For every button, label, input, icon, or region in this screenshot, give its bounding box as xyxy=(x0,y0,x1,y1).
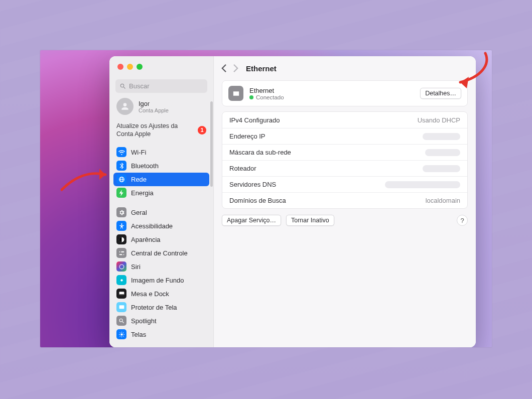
connection-card: Ethernet Conectado Detalhes… xyxy=(222,80,468,106)
sidebar-item-imagem-de-fundo[interactable]: Imagem de Fundo xyxy=(113,274,209,287)
sidebar-item-label: Protetor de Tela xyxy=(131,304,177,311)
controlcenter-icon xyxy=(116,248,126,258)
info-row: Endereço IP xyxy=(222,128,467,144)
info-value-redacted xyxy=(423,165,460,172)
svg-rect-10 xyxy=(119,305,124,309)
info-label: Máscara da sub-rede xyxy=(229,149,291,156)
details-button[interactable]: Detalhes… xyxy=(420,88,461,99)
search-icon xyxy=(116,316,126,326)
toolbar: Ethernet xyxy=(214,56,476,80)
sidebar-item-label: Aparência xyxy=(131,236,161,243)
info-value-redacted xyxy=(385,181,460,188)
back-button[interactable] xyxy=(221,64,227,72)
page-title: Ethernet xyxy=(246,64,277,73)
svg-point-11 xyxy=(120,333,122,335)
info-row: IPv4 ConfiguradoUsando DHCP xyxy=(222,112,467,128)
sidebar-item-bluetooth[interactable]: Bluetooth xyxy=(113,159,209,173)
account-row[interactable]: Igor Conta Apple xyxy=(109,98,213,121)
sidebar-item-wi-fi[interactable]: Wi-Fi xyxy=(113,146,209,159)
account-alert-text: Atualize os Ajustes da Conta Apple xyxy=(116,122,194,139)
sidebar-item-label: Wi-Fi xyxy=(131,149,146,156)
screensaver-icon xyxy=(116,302,126,312)
sidebar-item-mesa-e-dock[interactable]: Mesa e Dock xyxy=(113,287,209,301)
sidebar-item-label: Mesa e Dock xyxy=(131,290,169,298)
account-name: Igor xyxy=(139,100,150,107)
info-label: Roteador xyxy=(229,165,256,172)
status-dot-icon xyxy=(249,95,253,99)
displays-icon xyxy=(116,329,126,339)
sidebar-item-geral[interactable]: Geral xyxy=(113,206,209,219)
window-controls xyxy=(109,56,213,76)
info-value: localdomain xyxy=(426,197,460,204)
minimize-window-button[interactable] xyxy=(127,64,133,70)
sidebar-item-siri[interactable]: Siri xyxy=(113,260,209,274)
sidebar-item-label: Bluetooth xyxy=(131,162,159,170)
network-info-list: IPv4 ConfiguradoUsando DHCPEndereço IPMá… xyxy=(222,111,468,209)
sidebar-item-label: Imagem de Fundo xyxy=(131,277,184,284)
sidebar-item-apar-ncia[interactable]: Aparência xyxy=(113,233,209,246)
info-row: Roteador xyxy=(222,160,467,176)
account-subtitle: Conta Apple xyxy=(139,107,171,113)
account-name-redacted xyxy=(150,101,171,107)
system-settings-window: Buscar Igor Conta Apple Atualize os Ajus… xyxy=(109,56,476,347)
svg-marker-12 xyxy=(99,169,105,180)
info-label: IPv4 Configurado xyxy=(229,116,280,124)
info-row: Máscara da sub-rede xyxy=(222,144,467,160)
wifi-icon xyxy=(116,147,126,157)
svg-point-5 xyxy=(122,253,123,255)
sidebar-item-energia[interactable]: Energia xyxy=(113,186,209,200)
info-label: Domínios de Busca xyxy=(229,197,286,204)
sidebar-item-label: Rede xyxy=(131,176,147,183)
connection-status: Conectado xyxy=(256,94,284,100)
annotation-arrow-sidebar xyxy=(59,160,114,195)
avatar xyxy=(116,98,134,115)
sidebar-item-label: Telas xyxy=(131,331,146,338)
sidebar-item-telas[interactable]: Telas xyxy=(113,328,209,341)
sidebar-nav: Wi-FiBluetoothRedeEnergiaGeralAcessibili… xyxy=(109,146,213,345)
globe-icon xyxy=(116,174,126,184)
sidebar: Buscar Igor Conta Apple Atualize os Ajus… xyxy=(109,56,214,347)
info-value: Usando DHCP xyxy=(418,116,460,124)
sidebar-item-protetor-de-tela[interactable]: Protetor de Tela xyxy=(113,301,209,314)
info-label: Servidores DNS xyxy=(229,181,276,188)
svg-point-4 xyxy=(119,251,121,252)
forward-button[interactable] xyxy=(233,64,239,72)
sidebar-item-label: Central de Controle xyxy=(131,249,188,257)
svg-point-6 xyxy=(119,264,124,269)
gear-icon xyxy=(116,207,126,217)
sidebar-item-label: Geral xyxy=(131,209,147,216)
connection-title: Ethernet xyxy=(249,87,284,94)
svg-point-7 xyxy=(120,279,122,281)
accessibility-icon xyxy=(116,221,126,231)
svg-point-0 xyxy=(121,223,122,225)
sidebar-item-spotlight[interactable]: Spotlight xyxy=(113,314,209,328)
delete-service-button[interactable]: Apagar Serviço… xyxy=(222,215,281,226)
info-value-redacted xyxy=(423,133,460,140)
sidebar-scrollbar[interactable] xyxy=(210,101,213,187)
desktop-wallpaper: Buscar Igor Conta Apple Atualize os Ajus… xyxy=(40,50,492,347)
sidebar-item-acessibilidade[interactable]: Acessibilidade xyxy=(113,219,209,233)
bolt-icon xyxy=(116,188,126,198)
siri-icon xyxy=(116,261,126,272)
sidebar-item-label: Energia xyxy=(131,189,154,197)
deactivate-button[interactable]: Tornar Inativo xyxy=(286,215,334,226)
search-input[interactable]: Buscar xyxy=(115,79,207,93)
help-button[interactable]: ? xyxy=(457,215,468,226)
sidebar-item-label: Siri xyxy=(131,263,141,271)
zoom-window-button[interactable] xyxy=(137,64,143,70)
info-row: Domínios de Buscalocaldomain xyxy=(222,192,467,208)
sidebar-item-rede[interactable]: Rede xyxy=(113,173,209,186)
sidebar-item-label: Spotlight xyxy=(131,317,157,325)
wallpaper-icon xyxy=(116,275,126,285)
info-label: Endereço IP xyxy=(229,132,265,140)
main-pane: Ethernet Ethernet Conectado Det xyxy=(214,56,476,347)
account-alert-row[interactable]: Atualize os Ajustes da Conta Apple 1 xyxy=(109,121,213,146)
dock-icon xyxy=(116,289,126,299)
ethernet-icon xyxy=(228,86,243,101)
info-row: Servidores DNS xyxy=(222,176,467,192)
close-window-button[interactable] xyxy=(117,64,123,70)
svg-rect-9 xyxy=(119,294,124,295)
appearance-icon xyxy=(116,234,126,244)
sidebar-item-label: Acessibilidade xyxy=(131,222,173,230)
sidebar-item-central-de-controle[interactable]: Central de Controle xyxy=(113,246,209,260)
